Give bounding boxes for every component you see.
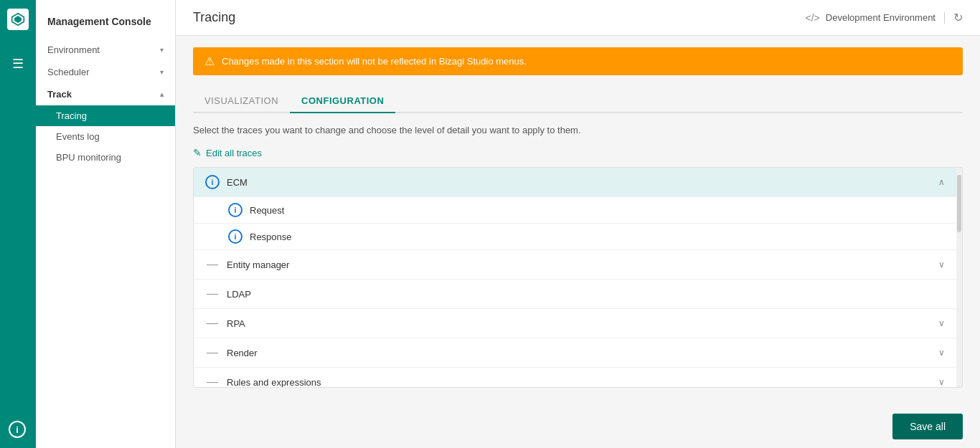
trace-row-entity-manager[interactable]: — Entity manager ∨ <box>194 250 956 280</box>
header-divider <box>944 12 945 24</box>
scrollbar-thumb[interactable] <box>957 175 961 232</box>
save-all-button[interactable]: Save all <box>892 414 963 439</box>
chevron-up-icon: ∧ <box>938 177 945 187</box>
sidebar-item-scheduler[interactable]: Scheduler ▾ <box>36 61 175 83</box>
trace-row-render[interactable]: — Render ∨ <box>194 338 956 368</box>
sidebar-item-events-log-label: Events log <box>56 131 100 142</box>
dash-icon: — <box>205 316 220 330</box>
sidebar-item-environment-label: Environment <box>47 44 100 55</box>
sidebar-item-bpu-monitoring-label: BPU monitoring <box>56 152 121 163</box>
tab-visualization[interactable]: VISUALIZATION <box>193 90 290 113</box>
sidebar-item-events-log[interactable]: Events log <box>36 126 175 147</box>
chevron-down-icon: ▾ <box>160 68 164 76</box>
content-area: VISUALIZATION CONFIGURATION Select the t… <box>176 75 980 405</box>
dash-icon: — <box>205 257 220 272</box>
trace-request-label: Request <box>250 205 945 216</box>
sidebar-item-track[interactable]: Track ▴ <box>36 83 175 105</box>
sidebar-title: Management Console <box>36 7 175 39</box>
scrollbar[interactable] <box>956 168 962 387</box>
trace-entity-manager-label: Entity manager <box>227 259 938 270</box>
trace-response-label: Response <box>250 232 945 242</box>
trace-row-ecm[interactable]: i ECM ∧ <box>194 168 956 197</box>
chevron-down-icon: ∨ <box>938 318 945 328</box>
trace-row-response[interactable]: i Response <box>194 224 956 250</box>
trace-ecm-label: ECM <box>227 177 938 188</box>
trace-row-rpa[interactable]: — RPA ∨ <box>194 309 956 338</box>
trace-rules-label: Rules and expressions <box>227 377 938 388</box>
dash-icon: — <box>205 345 220 360</box>
info-circle-icon: i <box>205 175 220 189</box>
filter-icon[interactable]: ☰ <box>12 56 24 72</box>
edit-all-traces-button[interactable]: ✎ Edit all traces <box>193 147 963 158</box>
sidebar-item-track-label: Track <box>47 89 72 100</box>
sidebar: Management Console Environment ▾ Schedul… <box>36 0 176 448</box>
trace-list: i ECM ∧ i Request i Response — Entit <box>193 167 963 388</box>
info-circle-icon: i <box>228 229 242 244</box>
chevron-down-icon: ∨ <box>938 259 945 270</box>
sidebar-item-bpu-monitoring[interactable]: BPU monitoring <box>36 147 175 168</box>
dash-icon: — <box>205 375 220 387</box>
chevron-down-icon: ∨ <box>938 377 945 387</box>
sidebar-item-scheduler-label: Scheduler <box>47 67 90 77</box>
footer: Save all <box>176 405 980 448</box>
trace-row-rules-expressions[interactable]: — Rules and expressions ∨ <box>194 368 956 387</box>
tabs: VISUALIZATION CONFIGURATION <box>193 90 963 113</box>
chevron-down-icon: ▾ <box>160 46 164 54</box>
svg-marker-1 <box>14 16 22 23</box>
trace-rpa-label: RPA <box>227 318 938 329</box>
code-icon: </> <box>806 12 820 24</box>
env-label: Development Environment <box>826 12 936 23</box>
info-icon[interactable]: i <box>9 421 26 438</box>
sidebar-item-tracing-label: Tracing <box>56 110 87 121</box>
trace-row-request[interactable]: i Request <box>194 197 956 224</box>
warning-banner: ⚠ Changes made in this section will not … <box>193 47 963 75</box>
dash-icon: — <box>205 287 220 301</box>
chevron-up-icon: ▴ <box>160 90 164 98</box>
edit-icon: ✎ <box>193 147 202 158</box>
edit-all-label: Edit all traces <box>206 148 262 158</box>
warning-icon: ⚠ <box>204 54 215 68</box>
trace-ldap-label: LDAP <box>227 289 945 300</box>
tab-configuration[interactable]: CONFIGURATION <box>290 90 395 113</box>
refresh-icon[interactable]: ↻ <box>953 11 963 24</box>
app-logo <box>7 9 29 30</box>
info-circle-icon: i <box>228 203 242 217</box>
chevron-down-icon: ∨ <box>938 348 945 358</box>
sidebar-item-tracing[interactable]: Tracing <box>36 105 175 126</box>
main-content: Tracing </> Development Environment ↻ ⚠ … <box>176 0 980 448</box>
trace-row-ldap[interactable]: — LDAP <box>194 280 956 309</box>
sidebar-item-environment[interactable]: Environment ▾ <box>36 39 175 61</box>
icon-bar: ☰ i <box>0 0 36 448</box>
warning-message: Changes made in this section will not be… <box>222 56 527 67</box>
page-description: Select the traces you want to change and… <box>193 125 963 135</box>
page-title: Tracing <box>193 10 235 25</box>
header-right: </> Development Environment ↻ <box>806 11 963 24</box>
main-header: Tracing </> Development Environment ↻ <box>176 0 980 36</box>
trace-render-label: Render <box>227 348 938 358</box>
trace-scroll-area: i ECM ∧ i Request i Response — Entit <box>194 168 956 387</box>
